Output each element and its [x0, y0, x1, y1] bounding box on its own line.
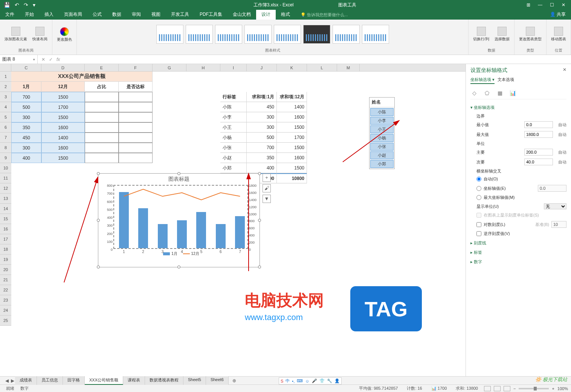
log-scale-checkbox[interactable] — [476, 222, 481, 227]
tab-format[interactable]: 格式 — [276, 9, 295, 20]
section-axis-options[interactable]: 坐标轴选项 — [470, 102, 566, 112]
data-cell[interactable]: 1500 — [41, 153, 85, 163]
row-header[interactable]: 18 — [0, 244, 11, 255]
select-all-corner[interactable] — [0, 64, 11, 71]
chart-style-5[interactable] — [274, 25, 301, 44]
maximize-icon[interactable]: ☐ — [550, 2, 554, 8]
empty-cell[interactable] — [85, 92, 119, 102]
tab-review[interactable]: 审阅 — [127, 9, 146, 20]
column-header[interactable]: K — [277, 64, 307, 71]
pivot-cell[interactable]: 1500 — [277, 163, 307, 173]
tab-design[interactable]: 设计 — [256, 9, 276, 20]
empty-cell[interactable] — [85, 102, 119, 112]
row-header[interactable]: 3 — [0, 92, 11, 102]
data-cell[interactable]: 400 — [11, 153, 41, 163]
empty-cell[interactable] — [85, 143, 119, 153]
sheet-prev-icon[interactable]: ◀ — [5, 378, 9, 383]
view-pagelayout-icon[interactable] — [494, 386, 501, 391]
column-header[interactable]: J — [247, 64, 277, 71]
row-header[interactable]: 13 — [0, 194, 11, 204]
section-labels[interactable]: 标签 — [470, 247, 566, 257]
section-number[interactable]: 数字 — [470, 257, 566, 266]
tellme-search[interactable]: 💡 告诉我您想要做什么... — [295, 10, 353, 20]
chart-handle[interactable] — [97, 219, 100, 222]
move-chart-button[interactable]: 移动图表 — [550, 25, 568, 43]
close-icon[interactable]: ✕ — [562, 2, 565, 8]
save-icon[interactable]: 💾 — [4, 2, 10, 8]
tab-data[interactable]: 数据 — [107, 9, 127, 20]
slicer-item[interactable]: 小杨 — [370, 134, 394, 142]
zoom-slider[interactable] — [519, 388, 549, 389]
max-input[interactable] — [524, 131, 553, 138]
cancel-formula-icon[interactable]: ✕ — [41, 57, 45, 62]
empty-cell[interactable] — [119, 102, 153, 112]
sheet-next-icon[interactable]: ▶ — [11, 378, 14, 383]
row-header[interactable]: 10 — [0, 163, 11, 173]
display-units-select[interactable]: 无 — [544, 203, 566, 209]
chart-style-4[interactable] — [244, 25, 272, 44]
name-box-dropdown-icon[interactable]: ▾ — [33, 58, 35, 61]
chart-handle[interactable] — [177, 265, 180, 268]
quick-layout-button[interactable]: 快速布局 — [31, 25, 49, 43]
row-header[interactable]: 15 — [0, 214, 11, 224]
tab-view[interactable]: 视图 — [146, 9, 166, 20]
column-header[interactable]: M — [337, 64, 360, 71]
data-cell[interactable]: 500 — [11, 102, 41, 112]
zoom-in-icon[interactable]: + — [552, 386, 554, 391]
row-header[interactable]: 24 — [0, 305, 11, 316]
chart-style-8[interactable] — [362, 25, 389, 44]
pivot-cell[interactable]: 450 — [247, 102, 277, 112]
tab-pagelayout[interactable]: 页面布局 — [59, 9, 87, 20]
data-cell[interactable]: 300 — [11, 112, 41, 122]
sheet-add-button[interactable]: ⊕ — [229, 378, 240, 383]
table-header-month1[interactable]: 1月 — [11, 82, 41, 92]
table-title[interactable]: XXX公司产品销售额 — [11, 72, 153, 82]
accept-formula-icon[interactable]: ✓ — [49, 57, 53, 62]
row-header[interactable]: 8 — [0, 143, 11, 153]
pivot-cell[interactable]: 10800 — [277, 173, 307, 183]
empty-cell[interactable] — [85, 122, 119, 133]
empty-cell[interactable] — [85, 112, 119, 122]
tab-axis-options[interactable]: 坐标轴选项 ▾ — [470, 76, 495, 84]
pivot-cell[interactable]: 求和项:12月 — [277, 92, 307, 102]
data-cell[interactable]: 350 — [11, 122, 41, 133]
column-header[interactable]: F — [119, 64, 153, 71]
row-header[interactable]: 6 — [0, 122, 11, 133]
sheet-tab[interactable]: 数据透视表教程 — [145, 376, 183, 385]
row-header[interactable]: 21 — [0, 275, 11, 285]
empty-cell[interactable] — [85, 153, 119, 163]
ime-lang-icon[interactable]: 中 — [286, 378, 290, 384]
row-header[interactable]: 22 — [0, 285, 11, 295]
pivot-cell[interactable]: 1500 — [277, 143, 307, 153]
slicer-item[interactable]: 小郑 — [370, 160, 394, 168]
row-header[interactable]: 7 — [0, 133, 11, 143]
row-header[interactable]: 14 — [0, 204, 11, 214]
pivot-cell[interactable]: 行标签 — [220, 92, 247, 102]
embedded-chart[interactable]: + 🖌 ▼ 图表标题 01002003004005006007008000200… — [98, 173, 260, 267]
column-header[interactable]: H — [186, 64, 220, 71]
view-pagebreak-icon[interactable] — [504, 386, 510, 391]
chart-handle[interactable] — [258, 265, 261, 268]
pivot-cell[interactable]: 小杨 — [220, 133, 247, 143]
chart-style-1[interactable] — [156, 25, 183, 44]
minor-input[interactable] — [524, 159, 553, 165]
cross-max-radio[interactable] — [476, 195, 481, 200]
column-header[interactable]: E — [85, 64, 119, 71]
ime-keyboard-icon[interactable]: ⌨ — [297, 378, 303, 383]
data-cell[interactable]: 1500 — [41, 92, 85, 102]
chart-handle[interactable] — [258, 172, 261, 175]
pivot-cell[interactable]: 求和项:1月 — [247, 92, 277, 102]
pivot-cell[interactable]: 1700 — [277, 133, 307, 143]
pivot-cell[interactable]: 小陈 — [220, 102, 247, 112]
data-cell[interactable]: 1700 — [41, 102, 85, 112]
row-header[interactable]: 1 — [0, 72, 11, 82]
empty-cell[interactable] — [119, 122, 153, 133]
column-header[interactable]: C — [11, 64, 41, 71]
minimize-icon[interactable]: — — [538, 2, 542, 8]
zoom-level[interactable]: 100% — [557, 386, 568, 391]
undo-icon[interactable]: ↶ — [15, 2, 19, 8]
row-header[interactable]: 17 — [0, 234, 11, 244]
pivot-cell[interactable]: 350 — [247, 153, 277, 163]
row-header[interactable]: 20 — [0, 265, 11, 275]
select-data-button[interactable]: 选择数据 — [493, 25, 511, 43]
